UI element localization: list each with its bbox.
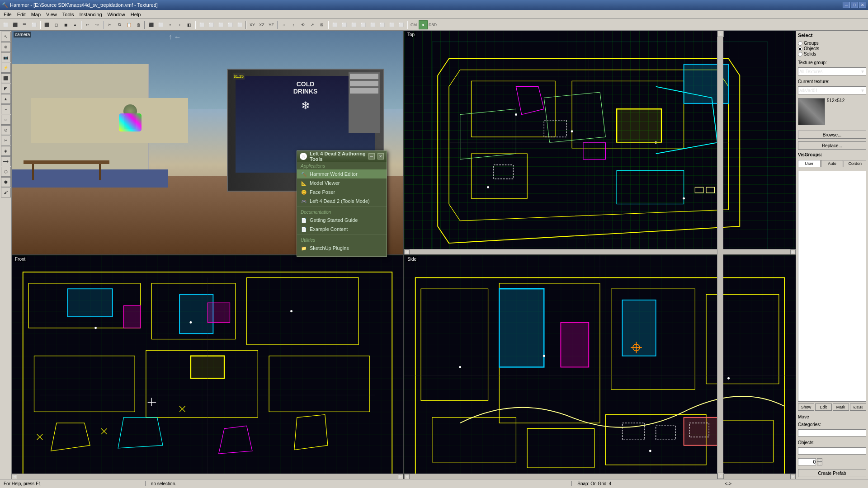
toolbar-btn-12[interactable]: ⧉: [115, 20, 124, 29]
toolbar-btn-7[interactable]: ◼: [61, 20, 70, 29]
viewport-top[interactable]: Top ◀ ▶: [404, 31, 796, 254]
vg-tab-cordon[interactable]: Cordon: [844, 160, 866, 167]
toolbar-btn-39[interactable]: ⬜: [387, 20, 396, 29]
toolbar-btn-24[interactable]: ⬜: [235, 20, 244, 29]
tool-vertex[interactable]: ◈: [1, 146, 11, 156]
vg-tab-user[interactable]: User: [798, 160, 821, 167]
toolbar-btn-2[interactable]: ⬛: [10, 20, 19, 29]
maximize-button[interactable]: □: [851, 2, 858, 8]
close-button[interactable]: ✕: [859, 2, 866, 8]
radio-objects[interactable]: Objects: [798, 46, 866, 51]
menu-tools[interactable]: Tools: [60, 11, 77, 18]
toolbar-btn-23[interactable]: ⬜: [226, 20, 235, 29]
toolbar-btn-1[interactable]: ⬜: [1, 20, 10, 29]
toolbar-btn-38[interactable]: ⬜: [377, 20, 387, 29]
edit-button[interactable]: Edit: [815, 404, 831, 411]
scroll-h-track-2[interactable]: [17, 474, 398, 479]
menu-instancing[interactable]: Instancing: [76, 11, 104, 18]
scroll-h-bottom-left[interactable]: ◀ ▶: [12, 474, 403, 479]
tool-entity[interactable]: ⚡: [1, 63, 11, 73]
spin-down-button[interactable]: ▼: [817, 462, 822, 465]
toolbar-btn-28[interactable]: ↔: [279, 20, 288, 29]
viewport-vscrollbar[interactable]: ▲ ▼: [717, 31, 723, 479]
browse-button[interactable]: Browse...: [798, 131, 866, 139]
replace-button[interactable]: Replace...: [798, 141, 866, 150]
popup-item-getting-started[interactable]: 📄 Getting Started Guide: [297, 216, 387, 225]
texture-group-dropdown[interactable]: All Textures ▼: [798, 67, 866, 75]
menu-file[interactable]: File: [1, 11, 14, 18]
tool-wedge[interactable]: ◤: [1, 84, 11, 94]
viewport-side[interactable]: Side ◀ ▶: [404, 255, 796, 479]
tool-decal[interactable]: ⬡: [1, 167, 11, 177]
menu-window[interactable]: Window: [105, 11, 128, 18]
toolbar-btn-31[interactable]: ↗: [308, 20, 317, 29]
popup-minimize-button[interactable]: ─: [368, 153, 375, 160]
tool-cylinder[interactable]: ⊙: [1, 125, 11, 135]
tool-camera[interactable]: 📷: [1, 52, 11, 62]
mark-button[interactable]: Mark: [833, 404, 849, 411]
radio-solids[interactable]: Solids: [798, 52, 866, 56]
tool-sphere[interactable]: ○: [1, 115, 11, 125]
menu-view[interactable]: View: [43, 11, 60, 18]
current-texture-dropdown[interactable]: ads/ad01 ▼: [798, 86, 866, 94]
scroll-h-top-right[interactable]: ◀ ▶: [404, 249, 796, 254]
popup-item-l4d2-tools[interactable]: 🎮 Left 4 Dead 2 (Tools Mode): [297, 197, 387, 206]
scroll-right-btn-3[interactable]: ▶: [790, 474, 796, 479]
scroll-h-track-3[interactable]: [410, 474, 790, 479]
toolbar-btn-9[interactable]: ↩: [83, 20, 92, 29]
toolbar-btn-20[interactable]: ⬜: [197, 20, 206, 29]
toolbar-btn-10[interactable]: ↪: [93, 20, 102, 29]
tool-paint[interactable]: 🖌: [1, 188, 11, 197]
menu-help[interactable]: Help: [128, 11, 144, 18]
scroll-right-btn[interactable]: ▶: [790, 249, 796, 255]
tool-block[interactable]: ⬛: [1, 73, 11, 83]
minimize-button[interactable]: ─: [843, 2, 850, 8]
tool-overlay[interactable]: ⬢: [1, 177, 11, 187]
toolbar-btn-14[interactable]: 🗑: [134, 20, 143, 29]
prefab-number-input[interactable]: [798, 458, 816, 465]
visgroups-area[interactable]: [798, 171, 866, 402]
toolbar-btn-26[interactable]: XZ: [257, 20, 266, 29]
scroll-right-btn-2[interactable]: ▶: [398, 474, 403, 479]
toolbar-btn-27[interactable]: YZ: [267, 20, 276, 29]
toolbar-btn-8[interactable]: ▲: [71, 20, 80, 29]
toolbar-btn-41[interactable]: CM: [409, 20, 418, 29]
scroll-left-btn-3[interactable]: ◀: [404, 474, 410, 479]
toolbar-btn-33[interactable]: ⬜: [330, 20, 339, 29]
popup-item-example-content[interactable]: 📄 Example Content: [297, 225, 387, 234]
toolbar-btn-43[interactable]: D3D: [428, 20, 437, 29]
popup-item-model-viewer[interactable]: 📐 Model Viewer: [297, 178, 387, 188]
tool-select[interactable]: ↖: [1, 32, 11, 42]
toolbar-btn-13[interactable]: 📋: [124, 20, 133, 29]
scroll-down-btn[interactable]: ▼: [717, 473, 724, 479]
scroll-h-track[interactable]: [410, 249, 790, 255]
toolbar-btn-21[interactable]: ⬜: [207, 20, 216, 29]
toolbar-btn-35[interactable]: ⬜: [349, 20, 358, 29]
scroll-v-track[interactable]: [717, 37, 723, 473]
toolbar-btn-40[interactable]: ⬜: [396, 20, 406, 29]
toedit-button[interactable]: toEdit: [850, 404, 866, 411]
tool-clip[interactable]: ✂: [1, 136, 11, 145]
tool-magnify[interactable]: ⊕: [1, 42, 11, 52]
tool-spike[interactable]: ▲: [1, 94, 11, 104]
toolbar-btn-5[interactable]: ⬛: [42, 20, 51, 29]
tool-path[interactable]: ⟶: [1, 156, 11, 166]
toolbar-btn-37[interactable]: ⬜: [368, 20, 377, 29]
scroll-left-btn-2[interactable]: ◀: [12, 474, 17, 479]
popup-item-hammer[interactable]: 🔨 Hammer World Editor: [297, 169, 387, 178]
toolbar-btn-22[interactable]: ⬜: [216, 20, 225, 29]
objects-input[interactable]: [798, 447, 866, 455]
tool-arch[interactable]: ⌢: [1, 104, 11, 114]
scroll-h-bottom-right[interactable]: ◀ ▶: [404, 474, 796, 479]
toolbar-btn-30[interactable]: ⟲: [298, 20, 307, 29]
toolbar-btn-42[interactable]: ●: [419, 20, 428, 29]
menu-edit[interactable]: Edit: [14, 11, 28, 18]
toolbar-btn-25[interactable]: XY: [248, 20, 257, 29]
toolbar-btn-19[interactable]: ◧: [184, 20, 193, 29]
viewport-front[interactable]: ---> ---> ---> Front ◀ ▶: [12, 255, 403, 479]
radio-groups[interactable]: Groups: [798, 41, 866, 46]
toolbar-btn-15[interactable]: ⬛: [146, 20, 156, 29]
toolbar-btn-32[interactable]: ⊠: [317, 20, 326, 29]
toolbar-btn-4[interactable]: ⬜: [29, 20, 38, 29]
popup-close-button[interactable]: ✕: [377, 153, 384, 160]
